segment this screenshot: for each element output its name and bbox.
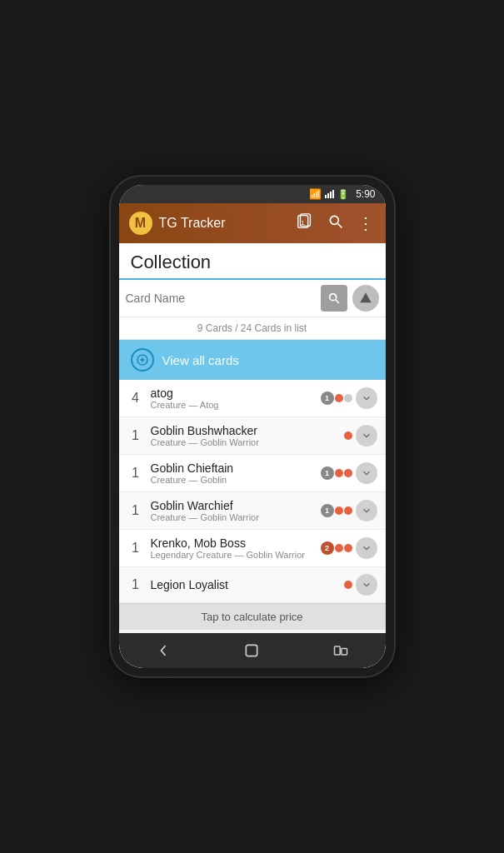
- card-item[interactable]: 4 atog Creature — Atog 1: [119, 380, 386, 417]
- svg-rect-12: [247, 645, 257, 656]
- card-item[interactable]: 1 Legion Loyalist: [119, 567, 386, 603]
- phone-device: 📶 🔋 5:90 M TG Tracker 1: [111, 177, 394, 676]
- card-name: atog: [151, 387, 314, 400]
- dot-badge: 1: [321, 392, 334, 405]
- card-name: Goblin Chieftain: [151, 461, 314, 475]
- card-details: atog Creature — Atog: [151, 387, 314, 410]
- app-logo: M: [129, 212, 152, 235]
- card-quantity: 1: [127, 577, 144, 592]
- dot-indicators: [344, 431, 352, 440]
- dot-indicators: 2: [321, 541, 352, 555]
- signal-bars: [325, 190, 334, 198]
- card-name: Goblin Bushwhacker: [151, 424, 337, 437]
- card-details: Goblin Chieftain Creature — Goblin: [151, 461, 314, 485]
- recents-button[interactable]: [326, 636, 356, 666]
- dot-badge: 1: [321, 466, 334, 480]
- filter-button[interactable]: [352, 285, 379, 312]
- card-list: 4 atog Creature — Atog 1: [119, 380, 386, 603]
- dot-indicators: 1: [321, 466, 352, 480]
- card-item[interactable]: 1 Goblin Bushwhacker Creature — Goblin W…: [119, 417, 386, 455]
- card-type: Creature — Goblin Warrior: [151, 437, 337, 447]
- dot-indicators: 1: [321, 504, 352, 517]
- search-input[interactable]: [126, 292, 316, 305]
- dot-badge: 2: [321, 541, 334, 555]
- dot-indicators: 1: [321, 392, 352, 405]
- dot-filled: [335, 506, 343, 515]
- status-time: 5:90: [356, 188, 375, 200]
- card-quantity: 1: [127, 503, 144, 518]
- collection-title: Collection: [131, 252, 212, 272]
- dot-indicators: [344, 581, 352, 589]
- dot-filled: [344, 431, 352, 440]
- card-expand-button[interactable]: [356, 462, 377, 484]
- more-icon[interactable]: ⋮: [357, 213, 376, 233]
- svg-marker-7: [360, 292, 371, 302]
- svg-rect-14: [342, 649, 347, 656]
- toolbar-actions: 1 ⋮: [296, 212, 376, 235]
- card-type: Legendary Creature — Goblin Warrior: [151, 550, 314, 560]
- phone-screen: 📶 🔋 5:90 M TG Tracker 1: [119, 185, 386, 668]
- dot-filled: [344, 544, 352, 552]
- search-icon[interactable]: [327, 213, 344, 234]
- card-details: Goblin Bushwhacker Creature — Goblin War…: [151, 424, 337, 447]
- home-button[interactable]: [237, 636, 267, 666]
- view-all-icon: [131, 348, 154, 372]
- dot-filled: [344, 581, 352, 589]
- card-type: Creature — Goblin Warrior: [151, 512, 314, 522]
- view-all-row[interactable]: View all cards: [119, 340, 386, 380]
- view-all-label: View all cards: [162, 353, 239, 367]
- card-item[interactable]: 1 Krenko, Mob Boss Legendary Creature — …: [119, 530, 386, 567]
- search-bar: [119, 280, 386, 317]
- dot-badge: 1: [321, 504, 334, 517]
- dot-empty: [344, 394, 352, 402]
- dot-filled: [335, 469, 343, 477]
- card-expand-button[interactable]: [356, 387, 377, 409]
- wifi-icon: 📶: [309, 188, 322, 200]
- card-name: Krenko, Mob Boss: [151, 536, 314, 550]
- card-item[interactable]: 1 Goblin Chieftain Creature — Goblin 1: [119, 455, 386, 492]
- status-bar: 📶 🔋 5:90: [119, 185, 386, 203]
- card-controls: [344, 574, 377, 596]
- search-button[interactable]: [321, 285, 347, 312]
- svg-rect-13: [335, 646, 341, 655]
- card-quantity: 1: [127, 428, 144, 443]
- card-name: Legion Loyalist: [151, 578, 337, 591]
- card-expand-button[interactable]: [356, 574, 377, 596]
- card-quantity: 1: [127, 541, 144, 556]
- dot-filled: [344, 506, 352, 515]
- card-name: Goblin Warchief: [151, 499, 314, 512]
- card-details: Goblin Warchief Creature — Goblin Warrio…: [151, 499, 314, 522]
- app-toolbar: M TG Tracker 1: [119, 203, 386, 243]
- card-expand-button[interactable]: [356, 425, 377, 446]
- card-count-label: 9 Cards / 24 Cards in list: [119, 317, 386, 340]
- card-quantity: 1: [127, 466, 144, 481]
- card-controls: 1: [321, 387, 377, 409]
- svg-rect-8: [364, 299, 367, 300]
- card-item[interactable]: 1 Goblin Warchief Creature — Goblin Warr…: [119, 492, 386, 530]
- card-controls: 1: [321, 462, 377, 484]
- card-controls: [344, 425, 377, 446]
- svg-point-5: [329, 294, 336, 301]
- collection-header: Collection: [119, 243, 386, 280]
- main-content: Collection 9 Cards / 24 Cards in list: [119, 243, 386, 633]
- app-title: TG Tracker: [159, 216, 296, 231]
- back-button[interactable]: [148, 636, 178, 666]
- card-expand-button[interactable]: [356, 500, 377, 521]
- svg-point-3: [330, 216, 338, 224]
- card-details: Krenko, Mob Boss Legendary Creature — Go…: [151, 536, 314, 560]
- dot-filled: [335, 544, 343, 552]
- card-controls: 1: [321, 500, 377, 521]
- tap-to-calculate[interactable]: Tap to calculate price: [119, 603, 386, 630]
- svg-text:1: 1: [301, 218, 304, 226]
- svg-line-4: [337, 223, 342, 227]
- card-quantity: 4: [127, 391, 144, 406]
- navigation-bar: [119, 633, 386, 668]
- card-type: Creature — Atog: [151, 400, 314, 410]
- battery-icon: 🔋: [337, 189, 349, 200]
- collection-icon[interactable]: 1: [296, 212, 314, 235]
- card-details: Legion Loyalist: [151, 578, 337, 591]
- card-expand-button[interactable]: [356, 537, 377, 559]
- dot-filled: [344, 469, 352, 477]
- dot-filled: [335, 394, 343, 402]
- card-type: Creature — Goblin: [151, 475, 314, 485]
